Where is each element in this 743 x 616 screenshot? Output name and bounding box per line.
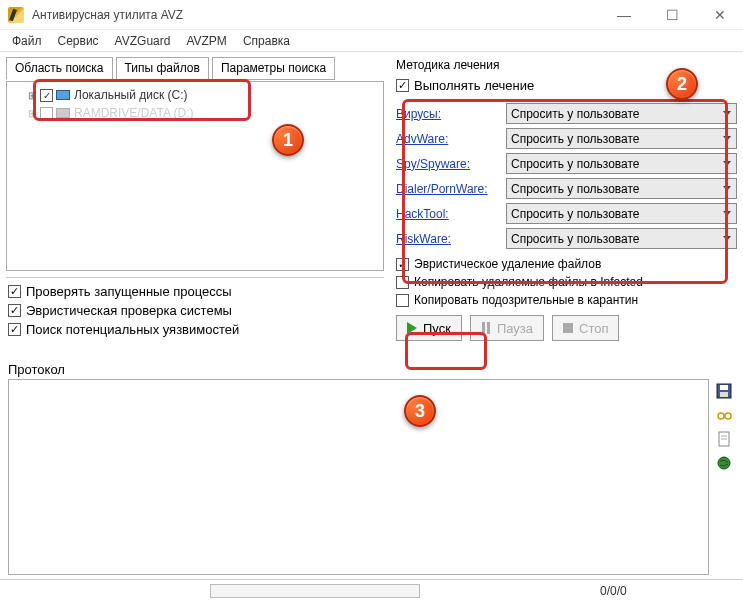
protocol-textarea[interactable] — [8, 379, 709, 575]
checkbox-vuln[interactable] — [8, 323, 21, 336]
menu-bar: Файл Сервис AVZGuard AVZPM Справка — [0, 30, 743, 52]
combo-advware[interactable]: Спросить у пользовате — [506, 128, 737, 149]
status-bar: 0/0/0 — [0, 579, 743, 601]
checkbox-copy-infected[interactable] — [396, 276, 409, 289]
tab-file-types[interactable]: Типы файлов — [116, 57, 209, 80]
checkbox-proc[interactable] — [8, 285, 21, 298]
link-advware[interactable]: AdvWare: — [396, 132, 506, 146]
pause-button[interactable]: Пауза — [470, 315, 544, 341]
svg-rect-2 — [720, 392, 728, 397]
drive-icon — [56, 108, 70, 118]
svg-point-3 — [718, 413, 724, 419]
checkbox-heur[interactable] — [8, 304, 21, 317]
expander-icon[interactable]: ⊞ — [27, 108, 37, 119]
app-icon — [8, 7, 24, 23]
annotation-number-3: 3 — [404, 395, 436, 427]
label-perform-cure: Выполнять лечение — [414, 78, 534, 93]
tree-row-drive-c[interactable]: ⊞ ✓ Локальный диск (C:) — [11, 86, 379, 104]
drive-other-label: RAMDRIVE/DATA (D:) — [74, 106, 194, 120]
stop-icon — [563, 323, 573, 333]
checkbox-perform-cure[interactable] — [396, 79, 409, 92]
label-vuln: Поиск потенциальных уязвимостей — [26, 322, 239, 337]
checkbox-copy-quarantine[interactable] — [396, 294, 409, 307]
menu-avzguard[interactable]: AVZGuard — [109, 32, 177, 50]
progress-bar — [210, 584, 420, 598]
combo-spy[interactable]: Спросить у пользовате — [506, 153, 737, 174]
link-hacktool[interactable]: HackTool: — [396, 207, 506, 221]
close-button[interactable]: ✕ — [705, 5, 735, 25]
checkbox-drive-other[interactable] — [40, 107, 53, 120]
window-title: Антивирусная утилита AVZ — [32, 8, 609, 22]
combo-virus[interactable]: Спросить у пользовате — [506, 103, 737, 124]
tab-scan-area[interactable]: Область поиска — [6, 57, 113, 80]
menu-file[interactable]: Файл — [6, 32, 48, 50]
expander-icon[interactable]: ⊞ — [27, 90, 37, 101]
play-icon — [407, 322, 417, 334]
protocol-label: Протокол — [0, 360, 743, 379]
svg-point-9 — [718, 457, 730, 469]
link-virus[interactable]: Вирусы: — [396, 107, 506, 121]
minimize-button[interactable]: — — [609, 5, 639, 25]
menu-avzpm[interactable]: AVZPM — [180, 32, 232, 50]
link-spy[interactable]: Spy/Spyware: — [396, 157, 506, 171]
status-counts: 0/0/0 — [600, 584, 627, 598]
glasses-icon[interactable] — [716, 407, 732, 423]
label-heur-del: Эвристическое удаление файлов — [414, 257, 601, 271]
document-icon[interactable] — [716, 431, 732, 447]
menu-service[interactable]: Сервис — [52, 32, 105, 50]
link-riskware[interactable]: RiskWare: — [396, 232, 506, 246]
tab-scan-params[interactable]: Параметры поиска — [212, 57, 335, 80]
drive-icon — [56, 90, 70, 100]
annotation-number-2: 2 — [666, 68, 698, 100]
drive-c-label: Локальный диск (C:) — [74, 88, 188, 102]
drive-tree[interactable]: ⊞ ✓ Локальный диск (C:) ⊞ RAMDRIVE/DATA … — [6, 81, 384, 271]
pause-icon — [481, 322, 491, 334]
svg-point-4 — [725, 413, 731, 419]
title-bar: Антивирусная утилита AVZ — ☐ ✕ — [0, 0, 743, 30]
stop-button[interactable]: Стоп — [552, 315, 619, 341]
svg-rect-1 — [720, 385, 728, 390]
combo-riskware[interactable]: Спросить у пользовате — [506, 228, 737, 249]
tree-row-drive-other[interactable]: ⊞ RAMDRIVE/DATA (D:) — [11, 104, 379, 122]
link-dialer[interactable]: Dialer/PornWare: — [396, 182, 506, 196]
label-copy-quarantine: Копировать подозрительные в карантин — [414, 293, 638, 307]
save-icon[interactable] — [716, 383, 732, 399]
checkbox-drive-c[interactable]: ✓ — [40, 89, 53, 102]
start-button[interactable]: Пуск — [396, 315, 462, 341]
checkbox-heur-del[interactable] — [396, 258, 409, 271]
label-heur: Эвристическая проверка системы — [26, 303, 232, 318]
annotation-number-1: 1 — [272, 124, 304, 156]
label-proc: Проверять запущенные процессы — [26, 284, 232, 299]
combo-hacktool[interactable]: Спросить у пользовате — [506, 203, 737, 224]
menu-help[interactable]: Справка — [237, 32, 296, 50]
globe-icon[interactable] — [716, 455, 732, 471]
label-copy-infected: Копировать удаляемые файлы в Infected — [414, 275, 643, 289]
combo-dialer[interactable]: Спросить у пользовате — [506, 178, 737, 199]
maximize-button[interactable]: ☐ — [657, 5, 687, 25]
